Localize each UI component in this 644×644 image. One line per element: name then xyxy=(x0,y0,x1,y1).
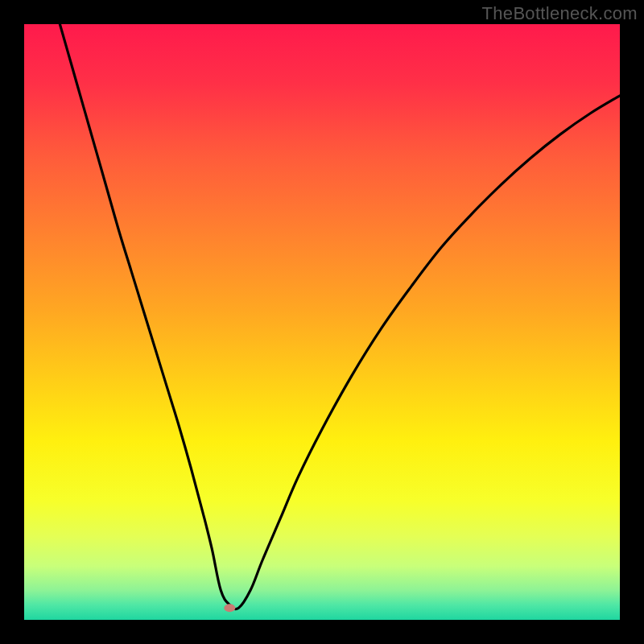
valley-marker xyxy=(224,604,235,612)
watermark-text: TheBottleneck.com xyxy=(482,3,638,24)
chart-svg xyxy=(24,24,620,620)
gradient-background xyxy=(24,24,620,620)
chart-frame: TheBottleneck.com xyxy=(0,0,644,644)
plot-area xyxy=(24,24,620,620)
